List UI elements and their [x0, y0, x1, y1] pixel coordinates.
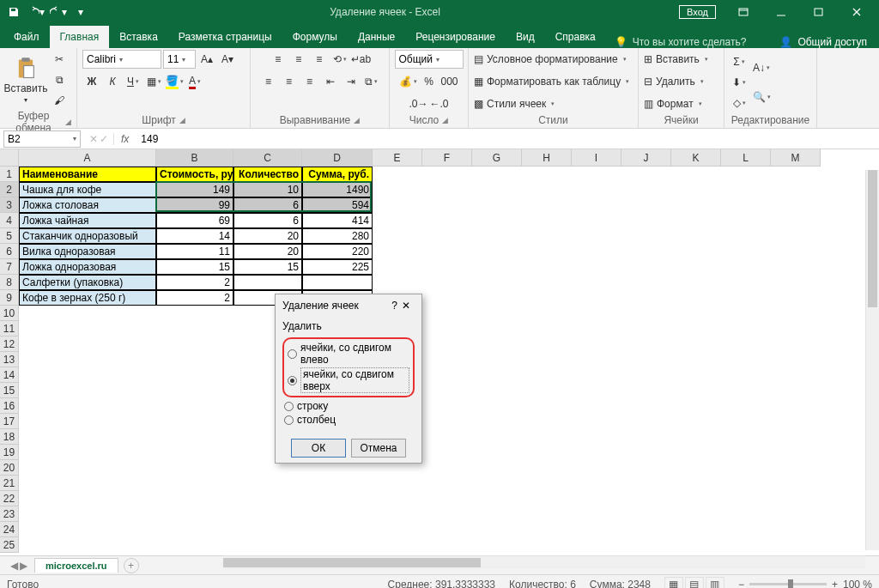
decrease-font-icon[interactable]: A▾ [218, 50, 237, 69]
col-header[interactable]: D [302, 149, 373, 167]
format-as-table[interactable]: ▦ Форматировать как таблицу▾ [474, 72, 633, 91]
clear-icon[interactable]: ◇▾ [730, 94, 749, 112]
autosum-icon[interactable]: Σ▾ [730, 52, 749, 71]
cell[interactable]: 20 [233, 244, 302, 259]
name-box[interactable]: B2▾ [3, 130, 81, 148]
tab-formulas[interactable]: Формулы [282, 26, 348, 48]
cell[interactable]: Кофе в зернах (250 г) [19, 290, 156, 306]
underline-icon[interactable]: Ч▾ [124, 72, 142, 91]
col-header[interactable]: B [156, 149, 233, 167]
page-layout-icon[interactable]: ▤ [685, 577, 704, 589]
fill-color-icon[interactable]: 🪣▾ [165, 72, 184, 91]
row-header[interactable]: 24 [0, 522, 19, 537]
row-header[interactable]: 15 [0, 383, 19, 398]
col-header[interactable]: E [373, 149, 422, 167]
row-header[interactable]: 9 [0, 290, 19, 306]
cancel-button[interactable]: Отмена [351, 439, 406, 458]
cell[interactable]: 10 [233, 182, 302, 197]
cell[interactable] [302, 275, 373, 290]
percent-icon[interactable]: % [420, 72, 439, 91]
cell-styles[interactable]: ▩ Стили ячеек▾ [474, 94, 633, 113]
copy-icon[interactable]: ⧉ [50, 70, 69, 89]
login-button[interactable]: Вход [679, 5, 716, 19]
cell[interactable]: Чашка для кофе [19, 182, 156, 197]
currency-icon[interactable]: 💰▾ [399, 72, 418, 91]
col-header[interactable]: K [671, 149, 721, 167]
zoom-out-icon[interactable]: − [738, 579, 744, 589]
row-header[interactable]: 12 [0, 336, 19, 352]
bold-icon[interactable]: Ж [82, 72, 101, 91]
merge-icon[interactable]: ⧉▾ [362, 72, 381, 91]
increase-indent-icon[interactable]: ⇥ [342, 72, 361, 91]
row-header[interactable]: 23 [0, 506, 19, 522]
cell[interactable]: Ложка столовая [19, 197, 156, 213]
cell[interactable]: 225 [302, 259, 373, 275]
col-header[interactable]: J [621, 149, 671, 167]
row-header[interactable]: 21 [0, 476, 19, 491]
cell[interactable]: 20 [233, 228, 302, 244]
row-header[interactable]: 20 [0, 460, 19, 476]
wrap-text-icon[interactable]: ↵ab [351, 50, 371, 69]
dialog-launcher-icon[interactable]: ◢ [179, 116, 185, 124]
align-right-icon[interactable]: ≡ [300, 72, 319, 91]
row-header[interactable]: 2 [0, 182, 19, 197]
font-name[interactable]: Calibri▾ [82, 50, 161, 69]
help-icon[interactable]: ? [391, 300, 397, 312]
cell[interactable]: 149 [156, 182, 233, 197]
cell[interactable]: 280 [302, 228, 373, 244]
column-headers[interactable]: ABCDEFGHIJKLM [19, 149, 879, 167]
tab-file[interactable]: Файл [3, 26, 50, 48]
cell[interactable]: Салфетки (упаковка) [19, 275, 156, 290]
row-header[interactable]: 25 [0, 537, 19, 553]
row-header[interactable]: 8 [0, 275, 19, 290]
row-header[interactable]: 22 [0, 491, 19, 506]
row-header[interactable]: 3 [0, 197, 19, 213]
cell[interactable]: 69 [156, 213, 233, 228]
col-header[interactable]: H [522, 149, 572, 167]
fx-icon[interactable]: fx [114, 133, 136, 145]
row-header[interactable]: 7 [0, 259, 19, 275]
minimize-icon[interactable] [762, 0, 800, 24]
align-center-icon[interactable]: ≡ [280, 72, 299, 91]
col-header[interactable]: A [19, 149, 156, 167]
border-icon[interactable]: ▦▾ [144, 72, 163, 91]
cell[interactable]: Стаканчик одноразовый [19, 228, 156, 244]
opt-column[interactable]: столбец [282, 413, 415, 427]
cell[interactable]: 2 [156, 275, 233, 290]
cell[interactable]: 6 [233, 197, 302, 213]
normal-view-icon[interactable]: ▦ [664, 577, 683, 589]
italic-icon[interactable]: К [103, 72, 122, 91]
tab-review[interactable]: Рецензирование [405, 26, 506, 48]
font-color-icon[interactable]: A▾ [185, 72, 204, 91]
cell[interactable]: 99 [156, 197, 233, 213]
select-all-corner[interactable] [0, 149, 19, 167]
row-header[interactable]: 18 [0, 429, 19, 445]
sort-filter-icon[interactable]: A↓▾ [752, 54, 771, 82]
enter-edit-icon[interactable]: ✓ [100, 133, 108, 145]
tab-home[interactable]: Главная [50, 26, 110, 48]
close-icon[interactable] [838, 0, 876, 24]
format-cells[interactable]: ▥ Формат▾ [644, 94, 718, 113]
row-header[interactable]: 5 [0, 228, 19, 244]
paste-button[interactable]: Вставить▾ [5, 52, 46, 108]
align-top-icon[interactable]: ≡ [269, 50, 288, 69]
redo-icon[interactable]: ▾ [48, 2, 69, 22]
cell[interactable]: Ложка одноразовая [19, 259, 156, 275]
col-header[interactable]: C [233, 149, 302, 167]
opt-shift-left[interactable]: ячейки, со сдвигом влево [286, 341, 411, 367]
row-header[interactable]: 16 [0, 398, 19, 414]
align-bottom-icon[interactable]: ≡ [310, 50, 329, 69]
cell[interactable]: Ложка чайная [19, 213, 156, 228]
grid[interactable]: ABCDEFGHIJKLM 12345678910111213141516171… [0, 149, 879, 555]
row-header[interactable]: 11 [0, 321, 19, 336]
cell[interactable]: 11 [156, 244, 233, 259]
cell[interactable]: 15 [156, 259, 233, 275]
cell[interactable]: 14 [156, 228, 233, 244]
insert-cells[interactable]: ⊞ Вставить▾ [644, 50, 718, 69]
undo-icon[interactable]: ▾ [26, 2, 46, 22]
next-sheet-icon[interactable]: ▶ [20, 560, 27, 572]
cell[interactable]: Сумма, руб. [302, 167, 373, 182]
cell[interactable]: 594 [302, 197, 373, 213]
cell[interactable]: Стоимость, руб. [156, 167, 233, 182]
dialog-launcher-icon[interactable]: ◢ [442, 116, 448, 124]
